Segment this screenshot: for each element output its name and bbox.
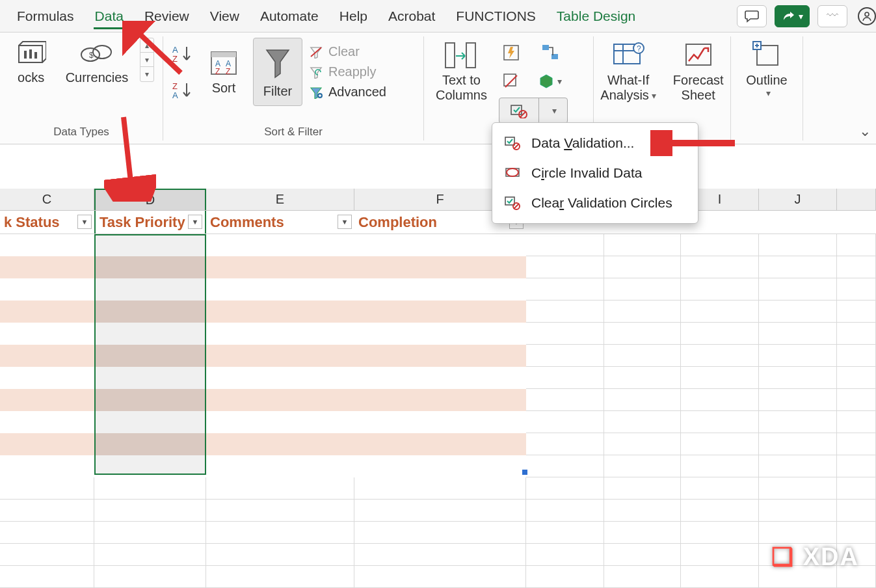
cell[interactable] [681, 367, 759, 389]
cell[interactable] [837, 278, 876, 301]
cell[interactable] [837, 455, 876, 477]
cell[interactable] [837, 301, 876, 323]
cell[interactable] [681, 323, 759, 345]
cell[interactable] [0, 500, 94, 522]
cell[interactable] [759, 522, 837, 544]
cell[interactable] [837, 389, 876, 411]
tab-help[interactable]: Help [329, 5, 378, 28]
cell[interactable] [526, 256, 604, 278]
cell[interactable] [526, 544, 604, 566]
cell[interactable] [526, 455, 604, 477]
cell[interactable] [354, 389, 526, 411]
cell[interactable] [681, 256, 759, 278]
cell[interactable] [837, 522, 876, 544]
cell[interactable] [681, 345, 759, 367]
cell[interactable] [354, 256, 526, 278]
cell[interactable] [354, 345, 526, 367]
cell[interactable] [604, 522, 681, 544]
cell[interactable] [604, 278, 681, 301]
flash-fill-button[interactable] [499, 40, 524, 65]
cell[interactable] [0, 389, 94, 411]
cell[interactable] [206, 433, 354, 455]
cell[interactable] [759, 345, 837, 367]
col-header-C[interactable]: C [0, 189, 94, 210]
cell[interactable] [837, 345, 876, 367]
cell[interactable] [0, 323, 94, 345]
cell[interactable] [681, 455, 759, 477]
cell[interactable] [94, 477, 206, 500]
cell[interactable] [837, 256, 876, 278]
cell[interactable] [604, 455, 681, 477]
cell[interactable] [0, 345, 94, 367]
cell[interactable] [354, 367, 526, 389]
filter-dropdown-status[interactable]: ▼ [77, 215, 92, 229]
cell[interactable] [681, 411, 759, 433]
menu-clear-circles[interactable]: Clear Validation Circles [492, 188, 698, 218]
cell[interactable] [759, 278, 837, 301]
cell[interactable] [354, 455, 526, 477]
cell[interactable] [837, 433, 876, 455]
cell[interactable] [759, 500, 837, 522]
outline-button[interactable]: Outline ▾ [741, 38, 792, 101]
cell[interactable] [759, 433, 837, 455]
cell[interactable] [354, 522, 526, 544]
cell[interactable] [526, 411, 604, 433]
collapse-ribbon-icon[interactable]: ⌄ [859, 123, 871, 140]
cell[interactable] [354, 433, 526, 455]
comments-button[interactable] [737, 5, 767, 27]
cell[interactable] [526, 323, 604, 345]
cell[interactable] [0, 455, 94, 477]
filter-button[interactable]: Filter [253, 38, 302, 106]
cell[interactable] [206, 234, 354, 256]
table-row[interactable] [0, 477, 876, 500]
cell[interactable] [206, 345, 354, 367]
clear-filter-button[interactable]: Clear [309, 44, 360, 59]
cell[interactable] [354, 544, 526, 566]
share-button[interactable]: ▾ [775, 5, 810, 27]
cell[interactable] [526, 367, 604, 389]
cell[interactable] [759, 234, 837, 256]
reapply-filter-button[interactable]: Reapply [309, 64, 376, 79]
cell[interactable] [206, 455, 354, 477]
cell[interactable] [837, 477, 876, 500]
cell[interactable] [94, 522, 206, 544]
cell[interactable] [206, 411, 354, 433]
cell[interactable] [759, 411, 837, 433]
table-row[interactable] [0, 566, 876, 588]
cell[interactable] [837, 411, 876, 433]
tab-view[interactable]: View [200, 5, 250, 28]
account-icon[interactable] [858, 7, 876, 25]
col-header-J[interactable]: J [759, 189, 837, 210]
cell[interactable] [681, 278, 759, 301]
cell[interactable] [681, 389, 759, 411]
th-status[interactable]: k Status ▼ [0, 211, 94, 234]
cell[interactable] [759, 323, 837, 345]
table-resize-handle[interactable] [522, 470, 527, 475]
cell[interactable] [681, 566, 759, 588]
cell[interactable] [206, 278, 354, 301]
cell[interactable] [206, 301, 354, 323]
col-header-E[interactable]: E [206, 189, 354, 210]
stocks-button[interactable]: ocks [8, 38, 54, 88]
table-row[interactable] [0, 522, 876, 544]
cell[interactable] [604, 544, 681, 566]
cell[interactable] [526, 301, 604, 323]
cell[interactable] [837, 234, 876, 256]
what-if-analysis-button[interactable]: ? What-If Analysis▾ [595, 38, 661, 105]
cell[interactable] [206, 389, 354, 411]
cell[interactable] [526, 522, 604, 544]
th-comments[interactable]: Comments ▼ [206, 211, 354, 234]
cell[interactable] [206, 522, 354, 544]
cell[interactable] [604, 345, 681, 367]
cell[interactable] [206, 544, 354, 566]
cell[interactable] [526, 477, 604, 500]
cell[interactable] [526, 345, 604, 367]
filter-dropdown-comments[interactable]: ▼ [338, 215, 352, 229]
cell[interactable] [0, 278, 94, 301]
cell[interactable] [206, 500, 354, 522]
cell[interactable] [681, 234, 759, 256]
cell[interactable] [837, 500, 876, 522]
cell[interactable] [354, 566, 526, 588]
cell[interactable] [604, 433, 681, 455]
cell[interactable] [354, 411, 526, 433]
